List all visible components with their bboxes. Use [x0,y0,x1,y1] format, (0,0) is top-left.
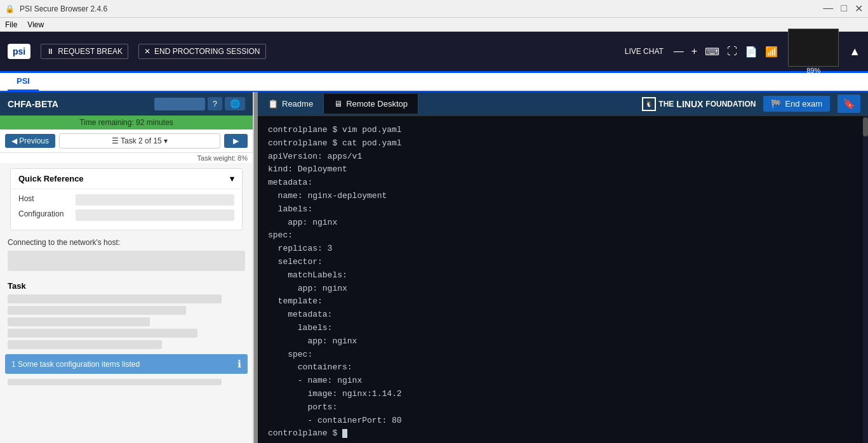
terminal-line-21: ports: [268,401,858,414]
the-label: THE [658,100,674,109]
terminal-line-0: controlplane $ vim pod.yaml [268,124,858,137]
task-text-line-2 [8,306,186,315]
configuration-value [76,209,234,221]
menu-file[interactable]: File [5,20,17,29]
terminal-line-2: apiVersion: apps/v1 [268,150,858,164]
timer-bar: Time remaining: 92 minutes [0,116,253,129]
signal-icon[interactable]: 📶 [765,46,778,58]
terminal-line-22: - containerPort: 80 [268,414,858,428]
document-icon[interactable]: 📄 [745,46,758,58]
terminal[interactable]: controlplane $ vim pod.yaml controlplane… [258,116,868,443]
psi-tab[interactable]: PSI [8,72,39,91]
bottom-bar-text: 1 Some task configuration items listed [11,360,140,369]
task-text-line-5 [8,340,162,349]
terminal-line-1: controlplane $ cat pod.yaml [268,137,858,150]
end-exam-button[interactable]: 🏁 End exam [763,96,830,112]
terminal-line-18: containers: [268,361,858,374]
task-text-line-1 [8,294,222,303]
terminal-line-3: kind: Deployment [268,163,858,176]
maximize-btn[interactable]: □ [841,3,847,15]
prev-button[interactable]: ◀ Previous [5,134,55,148]
next-button[interactable]: ▶ [224,134,248,148]
info-icon[interactable]: ℹ [237,358,241,370]
connection-field [8,251,245,271]
fullscreen-icon[interactable]: ⛶ [727,46,737,57]
bottom-info-bar: 1 Some task configuration items listed ℹ [5,354,248,374]
configuration-row: Configuration [18,209,234,221]
remote-desktop-label: Remote Desktop [346,99,408,109]
task-weight: Task weight: 8% [0,153,253,163]
header-input [154,98,205,110]
close-btn[interactable]: ✕ [855,3,863,15]
end-exam-label: End exam [785,99,822,109]
linux-foundation-logo: 🐧 THE LINUX FOUNDATION [642,97,756,111]
title-bar: 🔒 PSI Secure Browser 2.4.6 — □ ✕ [0,0,868,18]
toolbar-icons: — + ⌨ ⛶ 📄 📶 [674,46,778,58]
main-content: CHFA-BETA ? 🌐 Time remaining: 92 minutes… [0,92,868,443]
right-panel: 📋 Readme 🖥 Remote Desktop 🐧 THE LINUX FO… [258,92,868,443]
toolbar-right: LIVE CHAT — + ⌨ ⛶ 📄 📶 89% ▲ [625,29,860,74]
request-break-button[interactable]: ⏸ REQUEST BREAK [41,44,128,59]
task-select-button[interactable]: ☰ Task 2 of 15 ▾ [59,133,220,149]
quick-ref-card: Quick Reference ▾ Host Configuration [10,168,243,230]
terminal-cursor [342,429,347,438]
task-text-line-3 [8,317,150,326]
terminal-line-5: name: nginx-deployment [268,190,858,203]
terminal-line-6: labels: [268,203,858,216]
left-panel-header: CHFA-BETA ? 🌐 [0,92,253,116]
right-header-right: 🐧 THE LINUX FOUNDATION 🏁 End exam 🔖 [642,95,868,113]
quick-ref-header[interactable]: Quick Reference ▾ [11,169,242,189]
right-tabs: 📋 Readme 🖥 Remote Desktop [258,94,418,114]
end-proctoring-label: END PROCTORING SESSION [154,47,260,56]
keyboard-icon[interactable]: ⌨ [705,46,719,58]
terminal-line-4: metadata: [268,176,858,190]
terminal-line-20: image: nginx:1.14.2 [268,388,858,401]
globe-button[interactable]: 🌐 [225,97,245,110]
app-icon: 🔒 [5,4,15,13]
app-title: PSI Secure Browser 2.4.6 [20,4,107,13]
host-row: Host [18,194,234,206]
terminal-line-9: replicas: 3 [268,242,858,256]
quick-ref-section: Quick Reference ▾ Host Configuration [5,163,248,235]
terminal-line-15: labels: [268,322,858,335]
camera-section: 89% [788,29,839,74]
bookmark-button[interactable]: 🔖 [838,95,860,113]
title-bar-left: 🔒 PSI Secure Browser 2.4.6 [5,4,107,13]
zoom-in-icon[interactable]: + [691,46,697,57]
remote-desktop-icon: 🖥 [334,99,342,109]
flag-icon: 🏁 [771,99,781,109]
collapse-icon[interactable]: ▲ [849,45,860,58]
zoom-level: 89% [806,67,820,74]
menu-view[interactable]: View [27,20,44,29]
camera-preview [788,29,839,67]
help-button[interactable]: ? [208,97,222,110]
quick-ref-title: Quick Reference [18,174,84,183]
quick-ref-chevron-icon: ▾ [230,174,234,183]
scrollbar-thumb[interactable] [863,117,868,136]
tab-readme[interactable]: 📋 Readme [258,94,324,114]
minimize-btn[interactable]: — [823,3,833,15]
linux-logo-box: 🐧 [642,97,656,111]
header-controls: ? 🌐 [154,97,245,110]
task-text-line-4 [8,329,197,338]
nav-bar: ◀ Previous ☰ Task 2 of 15 ▾ ▶ [0,129,253,153]
terminal-line-13: template: [268,295,858,308]
top-toolbar: psi ⏸ REQUEST BREAK ✕ END PROCTORING SES… [0,32,868,73]
terminal-line-10: selector: [268,256,858,269]
live-chat-button[interactable]: LIVE CHAT [625,47,664,56]
end-proctoring-button[interactable]: ✕ END PROCTORING SESSION [138,44,265,59]
task-title: Task [8,281,245,291]
terminal-line-23: controlplane $ [268,427,858,440]
task-section: Task [0,276,253,354]
quick-ref-body: Host Configuration [11,189,242,230]
minimize-window-icon[interactable]: — [674,46,684,57]
linux-label: LINUX [676,99,703,109]
scrollbar-track[interactable] [863,116,868,443]
x-icon: ✕ [144,47,150,56]
host-value [76,194,234,206]
tab-remote-desktop[interactable]: 🖥 Remote Desktop [324,94,418,114]
readme-icon: 📋 [268,99,278,109]
timer-text: Time remaining: 92 minutes [79,118,173,127]
host-label: Host [18,194,76,203]
main-tab-bar: PSI [0,73,868,92]
